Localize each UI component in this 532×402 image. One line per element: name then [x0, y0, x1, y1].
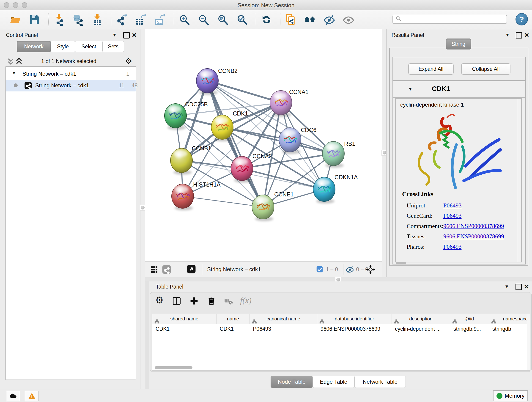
- column-header-name[interactable]: name: [216, 314, 250, 324]
- search-box[interactable]: [393, 15, 507, 24]
- control-panel-close-icon[interactable]: ×: [132, 32, 137, 37]
- table-cell[interactable]: cyclin-dependent ...: [392, 324, 450, 334]
- delete-column-icon[interactable]: [206, 296, 217, 306]
- network-from-selection-button[interactable]: [284, 13, 298, 26]
- import-network-button[interactable]: [52, 13, 65, 26]
- network-node-CDC25B[interactable]: [165, 104, 186, 130]
- network-edge[interactable]: [183, 196, 263, 207]
- tissues-link[interactable]: 9606.ENSP00000378699: [443, 233, 504, 240]
- collapse-all-button[interactable]: Collapse All: [461, 63, 510, 75]
- export-image-button[interactable]: [153, 13, 167, 26]
- export-table-button[interactable]: [134, 13, 147, 26]
- network-node-CCNB1[interactable]: [171, 148, 192, 175]
- tab-select[interactable]: Select: [75, 41, 103, 52]
- table-cell[interactable]: P06493: [250, 324, 317, 334]
- bottom-splitter[interactable]: [145, 277, 532, 281]
- zoom-fit-button[interactable]: [216, 13, 230, 26]
- open-session-button[interactable]: [9, 13, 22, 26]
- expand-all-button[interactable]: Expand All: [408, 63, 454, 75]
- table-cell[interactable]: 9606.ENSP00000378699: [317, 324, 392, 334]
- cloud-status-button[interactable]: [6, 391, 20, 401]
- tab-network-table[interactable]: Network Table: [355, 376, 406, 388]
- crosslinks-heading: CrossLinks: [402, 191, 433, 198]
- uniprot-link[interactable]: P06493: [443, 202, 462, 209]
- network-node-CDKN1A[interactable]: [313, 177, 335, 204]
- network-edge[interactable]: [207, 81, 281, 103]
- table-panel-menu-icon[interactable]: ▼: [505, 284, 509, 289]
- network-node-RB1[interactable]: [322, 141, 344, 168]
- hide-selected-button[interactable]: [323, 13, 336, 26]
- import-table-button[interactable]: [91, 13, 104, 26]
- show-columns-icon[interactable]: [171, 296, 182, 306]
- compartments-link[interactable]: 9606.ENSP00000378699: [443, 223, 504, 230]
- expand-all-networks-icon[interactable]: [15, 57, 23, 65]
- control-panel-menu-icon[interactable]: ▼: [112, 32, 117, 38]
- table-vertical-scrollbar[interactable]: [527, 314, 530, 370]
- results-vertical-scrollbar[interactable]: [517, 99, 520, 262]
- table-settings-gear-icon[interactable]: ⚙: [155, 295, 164, 305]
- left-splitter[interactable]: [140, 29, 145, 389]
- table-panel-close-icon[interactable]: ×: [524, 284, 529, 289]
- table-panel-float-icon[interactable]: [515, 284, 522, 290]
- tab-network[interactable]: Network: [17, 41, 51, 52]
- genecard-link[interactable]: P06493: [443, 212, 462, 219]
- column-header-database-identifier[interactable]: database identifier: [317, 314, 392, 324]
- network-collection-row[interactable]: ▼ String Network – cdk1 1: [6, 68, 136, 80]
- grid-view-icon[interactable]: [149, 264, 159, 275]
- network-options-gear-icon[interactable]: ⚙: [125, 56, 132, 65]
- pharos-link[interactable]: P06493: [443, 243, 462, 250]
- import-network-from-database-button[interactable]: [71, 13, 85, 26]
- gene-entry-expand-icon[interactable]: ▼: [408, 86, 413, 92]
- help-button[interactable]: ?: [515, 13, 528, 26]
- memory-button[interactable]: Memory: [493, 390, 528, 401]
- network-node-CCNE1[interactable]: [252, 195, 274, 221]
- search-input[interactable]: [402, 16, 507, 22]
- show-all-button[interactable]: [342, 13, 355, 26]
- column-header-description[interactable]: description: [392, 314, 450, 324]
- table-cell[interactable]: stringdb: [489, 324, 530, 334]
- network-node-HIST1H1A[interactable]: [172, 184, 194, 211]
- results-horizontal-scrollbar[interactable]: [396, 262, 406, 264]
- crosshair-icon[interactable]: [365, 264, 376, 275]
- network-node-CCNA2[interactable]: [231, 156, 253, 183]
- tab-edge-table[interactable]: Edge Table: [312, 376, 355, 388]
- right-splitter[interactable]: [382, 29, 387, 277]
- table-cell[interactable]: CDK1: [152, 324, 216, 334]
- network-node-CCNB2[interactable]: [196, 69, 218, 95]
- tab-sets[interactable]: Sets: [102, 41, 124, 52]
- column-header-canonical-name[interactable]: canonical name: [250, 314, 317, 324]
- string-network-icon[interactable]: [161, 264, 172, 275]
- save-session-button[interactable]: [28, 13, 41, 26]
- add-column-icon[interactable]: [189, 296, 199, 306]
- results-panel-menu-icon[interactable]: ▼: [505, 32, 510, 38]
- export-network-button[interactable]: [115, 13, 128, 26]
- control-panel-float-icon[interactable]: [123, 32, 130, 38]
- birds-eye-view-icon[interactable]: [186, 264, 196, 274]
- table-cell[interactable]: CDK1: [216, 324, 250, 334]
- apply-layout-button[interactable]: [260, 13, 273, 26]
- first-neighbors-button[interactable]: [303, 13, 317, 26]
- network-row[interactable]: String Network – cdk1 11 48: [6, 80, 136, 91]
- column-header-shared-name[interactable]: shared name: [152, 314, 216, 324]
- table-row[interactable]: CDK1CDK1P064939606.ENSP00000378699cyclin…: [152, 324, 530, 334]
- collapse-all-networks-icon[interactable]: [7, 57, 15, 65]
- tab-node-table[interactable]: Node Table: [271, 376, 313, 388]
- zoom-out-button[interactable]: [197, 13, 210, 26]
- results-panel-float-icon[interactable]: [516, 32, 522, 38]
- tab-string-results[interactable]: String: [446, 38, 471, 50]
- network-canvas[interactable]: CCNB2CCNA1CDC25BCDK1CDC6RB1CCNB1CCNA2CDK…: [145, 29, 382, 261]
- column-header-namespace[interactable]: namespace: [489, 314, 530, 324]
- table-cell[interactable]: stringdb:9...: [450, 324, 489, 334]
- collection-expand-icon[interactable]: ▼: [12, 71, 16, 76]
- zoom-in-button[interactable]: [178, 13, 191, 26]
- tab-style[interactable]: Style: [51, 41, 75, 52]
- selected-nodes-checkbox-icon[interactable]: [316, 266, 323, 273]
- zoom-fit-icon: [217, 14, 229, 26]
- network-edge[interactable]: [207, 81, 263, 207]
- table-horizontal-scrollbar[interactable]: [155, 366, 192, 369]
- zoom-selected-button[interactable]: [235, 13, 249, 26]
- column-header-@id[interactable]: @id: [450, 314, 489, 324]
- results-panel-close-icon[interactable]: ×: [525, 32, 529, 37]
- network-node-CCNA1[interactable]: [270, 90, 292, 117]
- warnings-button[interactable]: [25, 391, 39, 401]
